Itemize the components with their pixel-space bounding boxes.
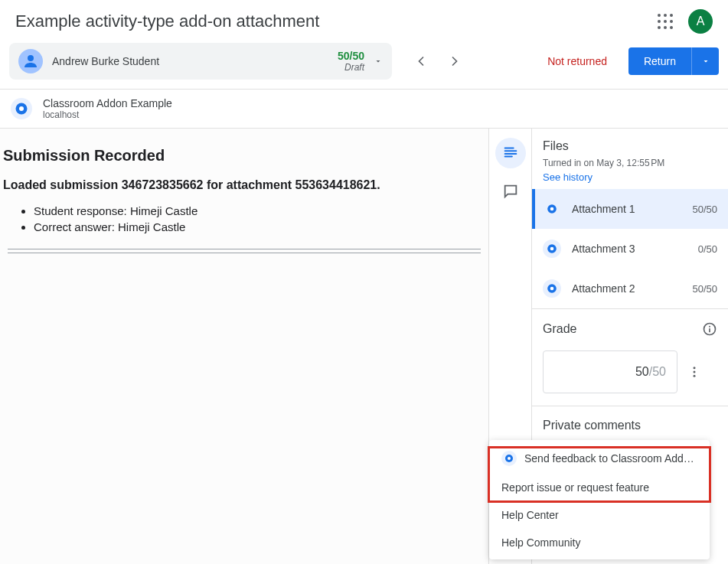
- popup-report-issue[interactable]: Report issue or request feature: [489, 474, 710, 501]
- attachment-icon: [543, 240, 561, 258]
- addon-host: localhost: [43, 109, 172, 120]
- correct-answer-item: Correct answer: Himeji Castle: [34, 220, 485, 233]
- attachment-score: 50/50: [692, 204, 717, 215]
- private-comments-heading: Private comments: [543, 419, 717, 432]
- next-student-icon[interactable]: [447, 54, 462, 69]
- grade-value: 50: [635, 365, 649, 379]
- files-tab-icon[interactable]: [495, 138, 526, 168]
- attachment-icon: [543, 200, 561, 218]
- svg-point-14: [694, 375, 696, 377]
- attachment-row[interactable]: Attachment 2 50/50: [532, 269, 728, 308]
- svg-point-4: [550, 207, 554, 211]
- popup-help-community[interactable]: Help Community: [489, 529, 710, 556]
- svg-point-12: [694, 367, 696, 369]
- svg-point-2: [19, 106, 24, 111]
- submission-loaded-text: Loaded submission 346723835662 for attac…: [3, 178, 485, 192]
- popup-help-center[interactable]: Help Center: [489, 501, 710, 529]
- grade-max: /50: [649, 365, 666, 379]
- status-label: Not returned: [547, 55, 607, 67]
- attachment-score: 50/50: [692, 283, 717, 295]
- attachment-name: Attachment 1: [572, 203, 681, 215]
- account-avatar[interactable]: A: [688, 9, 713, 34]
- student-dropdown-icon[interactable]: [374, 57, 383, 66]
- page-title: Example activity-type add-on attachment: [15, 11, 319, 31]
- popup-report-label: Report issue or request feature: [501, 481, 649, 494]
- attachment-icon: [543, 279, 561, 298]
- submission-panel: Submission Recorded Loaded submission 34…: [0, 129, 489, 564]
- student-avatar-icon: [18, 49, 43, 73]
- popup-feedback-label: Send feedback to Classroom Add…: [524, 452, 694, 465]
- return-dropdown-button[interactable]: [691, 47, 719, 75]
- attachment-name: Attachment 3: [572, 243, 687, 255]
- grade-input[interactable]: 50/50: [543, 350, 677, 393]
- addon-logo-icon: [11, 98, 32, 119]
- svg-point-10: [709, 326, 710, 328]
- popup-send-feedback[interactable]: Send feedback to Classroom Add…: [489, 443, 710, 474]
- svg-point-8: [550, 287, 554, 291]
- attachment-score: 0/50: [698, 243, 717, 255]
- grade-info-icon[interactable]: [702, 321, 717, 337]
- grade-more-icon[interactable]: [685, 363, 704, 381]
- student-response-item: Student response: Himeji Castle: [34, 204, 485, 217]
- popup-help-community-label: Help Community: [501, 536, 580, 549]
- student-name: Andrew Burke Student: [52, 55, 338, 67]
- student-score: 50/50: [338, 50, 364, 62]
- prev-student-icon[interactable]: [413, 54, 429, 69]
- svg-point-6: [550, 247, 554, 251]
- help-popup: Send feedback to Classroom Add… Report i…: [489, 440, 710, 559]
- svg-rect-11: [709, 328, 710, 332]
- attachment-row[interactable]: Attachment 1 50/50: [532, 189, 728, 229]
- addon-title: Classroom Addon Example: [43, 97, 172, 109]
- svg-point-13: [694, 371, 696, 373]
- see-history-link[interactable]: See history: [543, 171, 593, 183]
- grade-heading: Grade: [543, 322, 576, 336]
- turned-in-text: Turned in on May 3, 12:55 PM: [543, 158, 717, 168]
- submission-heading: Submission Recorded: [3, 147, 485, 165]
- attachment-name: Attachment 2: [572, 282, 681, 295]
- draft-label: Draft: [338, 62, 364, 73]
- popup-help-center-label: Help Center: [501, 509, 559, 521]
- addon-small-icon: [501, 451, 517, 466]
- apps-icon[interactable]: [658, 14, 673, 29]
- return-button[interactable]: Return: [628, 47, 691, 75]
- student-selector[interactable]: Andrew Burke Student 50/50 Draft: [9, 43, 392, 80]
- attachment-row[interactable]: Attachment 3 0/50: [532, 229, 728, 269]
- comments-tab-icon[interactable]: [495, 176, 526, 207]
- svg-point-16: [508, 457, 511, 460]
- files-heading: Files: [543, 139, 717, 153]
- svg-point-0: [28, 55, 34, 61]
